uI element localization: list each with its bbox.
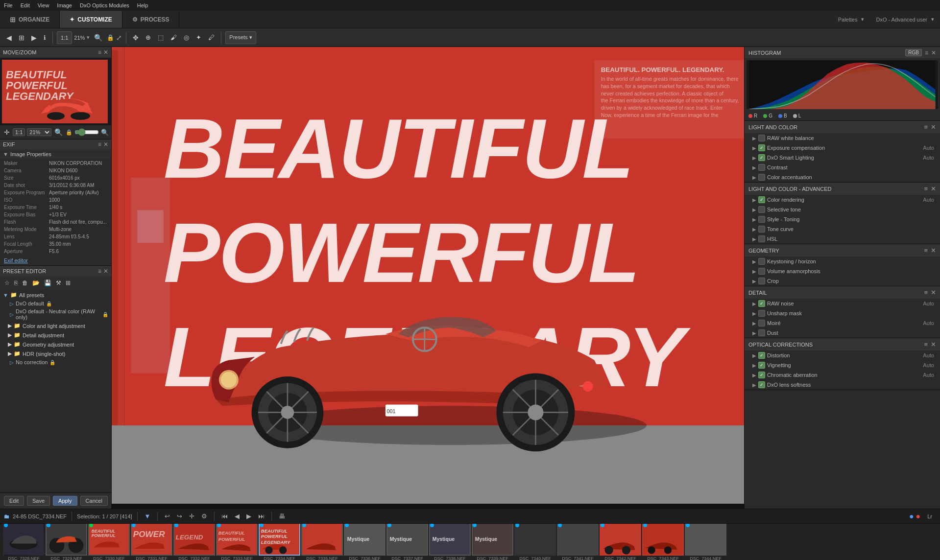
flag-blue-icon[interactable]: ● [909, 512, 914, 521]
item-unsharp[interactable]: ▶ Unsharp mask [745, 308, 940, 318]
move-zoom-header[interactable]: MOVE/ZOOM ≡ ✕ [0, 47, 111, 58]
item-color-acc[interactable]: ▶ Color accentuation [745, 172, 940, 182]
detail-menu-icon[interactable]: ≡ [924, 289, 928, 296]
item-dxo-lens-softness[interactable]: ▶ ✓ DxO lens softness [745, 380, 940, 390]
preset-tools3-btn[interactable]: ⊞ [64, 279, 72, 287]
item-exposure[interactable]: ▶ ✓ Exposure compensation Auto [745, 143, 940, 153]
preset-dxo-neutral[interactable]: ▷ DxO default - Neutral color (RAW only)… [0, 307, 111, 321]
film-thumb-7333[interactable]: BEAUTIFUL POWERFUL DSC_7333.NEF [216, 524, 258, 560]
preset-copy-btn[interactable]: ⎘ [13, 279, 19, 287]
ks-check[interactable] [758, 258, 765, 265]
item-selective-tone[interactable]: ▶ Selective tone [745, 205, 940, 214]
menu-dxo-optics[interactable]: DxO Optics Modules [80, 2, 129, 8]
film-thumb-7332[interactable]: LEGEND DSC_7332.NEF [173, 524, 215, 560]
preset-close-icon[interactable]: ✕ [103, 268, 108, 275]
brush-tool-btn[interactable]: 🖌 [168, 31, 179, 44]
va-check[interactable] [758, 268, 765, 275]
crop-check[interactable] [758, 278, 765, 284]
exif-header[interactable]: EXIF ≡ ✕ [0, 140, 111, 149]
horizontal-scrollbar[interactable] [112, 504, 744, 509]
vig-check[interactable]: ✓ [758, 362, 765, 369]
light-color-adv-header[interactable]: LIGHT AND COLOR - ADVANCED ≡ ✕ [745, 183, 940, 195]
panel-close-icon[interactable]: ✕ [103, 49, 108, 56]
fs-undo-btn[interactable]: ↩ [163, 512, 172, 521]
preset-add-btn[interactable]: ☆ [3, 279, 11, 287]
preset-folder-all-header[interactable]: ▼ 📁 All presets [0, 290, 111, 300]
ls-check[interactable]: ✓ [758, 381, 765, 388]
preset-dxo-default[interactable]: ▷ DxO default 🔒 [0, 300, 111, 307]
item-raw-wb[interactable]: ▶ RAW white balance [745, 133, 940, 143]
exif-editor-link[interactable]: Exif editor [0, 256, 111, 265]
crop-tool-btn[interactable]: ⬚ [155, 31, 166, 44]
detail-header[interactable]: DETAIL ≡ ✕ [745, 286, 940, 299]
menu-edit[interactable]: Edit [21, 2, 30, 8]
save-btn[interactable]: Save [27, 496, 50, 506]
fs-redo-btn[interactable]: ↪ [175, 512, 184, 521]
film-thumb-7343[interactable]: DSC_7343.NEF [642, 524, 684, 560]
stamp-tool-btn[interactable]: ✦ [193, 31, 204, 44]
zoom-1to1-btn[interactable]: 1:1 [57, 31, 72, 44]
contrast-check[interactable] [758, 164, 765, 171]
film-thumb-7341[interactable]: DSC_7341.NEF [557, 524, 599, 560]
preset-editor-header[interactable]: PRESET EDITOR ≡ ✕ [0, 266, 111, 277]
histogram-close-icon[interactable]: ✕ [931, 49, 936, 56]
menu-image[interactable]: Image [57, 2, 72, 8]
item-vignetting[interactable]: ▶ ✓ Vignetting Auto [745, 360, 940, 370]
preset-no-correction[interactable]: ▷ No correction 🔒 [0, 358, 111, 366]
menu-help[interactable]: Help [137, 2, 148, 8]
item-dxo-smart[interactable]: ▶ ✓ DxO Smart Lighting Auto [745, 153, 940, 163]
light-color-close-icon[interactable]: ✕ [931, 123, 936, 131]
film-thumb-7334[interactable]: BEAUTIFUL POWERFUL LEGENDARY DSC_7334.NE… [259, 524, 300, 560]
thumbnail-image[interactable]: BEAUTIFUL POWERFUL LEGENDARY [2, 60, 108, 123]
detail-close-icon[interactable]: ✕ [931, 289, 936, 296]
zoom-minus-btn[interactable]: 🔍 [53, 127, 64, 137]
film-thumb-7340[interactable]: DSC_7340.NEF [514, 524, 556, 560]
film-thumb-7330[interactable]: BEAUTIFUL POWERFUL DSC_7330.NEF [88, 524, 130, 560]
ca-check[interactable]: ✓ [758, 372, 765, 378]
du-check[interactable] [758, 329, 765, 336]
exif-close-icon[interactable]: ✕ [103, 141, 108, 148]
item-keystoning[interactable]: ▶ Keystoning / horizon [745, 257, 940, 266]
item-color-rendering[interactable]: ▶ ✓ Color rendering Auto [745, 195, 940, 205]
geometry-close-icon[interactable]: ✕ [931, 247, 936, 254]
image-props-header[interactable]: ▼ Image Properties [0, 149, 111, 159]
flag-red-icon[interactable]: ● [916, 512, 921, 521]
zoom-search-btn[interactable]: 🔍 [101, 129, 109, 136]
channel-l[interactable]: L [793, 113, 801, 118]
zoom-slider[interactable] [74, 128, 99, 136]
film-thumb-7344[interactable]: DSC_7344.NEF [685, 524, 726, 560]
light-color-menu-icon[interactable]: ≡ [924, 123, 928, 131]
preset-folder-detail-header[interactable]: ▶ 📁 Detail adjustment [5, 330, 111, 340]
zoom-fit-icon[interactable]: ⤢ [116, 34, 122, 42]
move-add-btn[interactable]: ✛ [3, 127, 11, 137]
edit-btn[interactable]: Edit [4, 496, 24, 506]
raw-wb-check[interactable] [758, 135, 765, 141]
fs-prev-btn[interactable]: ◀ [233, 512, 241, 521]
zoom-select[interactable]: 21% 50% 100% [27, 128, 51, 136]
st-check[interactable] [758, 206, 765, 213]
preset-export-btn[interactable]: 💾 [43, 279, 53, 287]
item-crop[interactable]: ▶ Crop [745, 276, 940, 286]
cr-check[interactable]: ✓ [758, 196, 765, 203]
preset-folder-geometry-header[interactable]: ▶ 📁 Geometry adjustment [5, 340, 111, 349]
film-thumb-7336[interactable]: Mystique DSC_7336.NEF [344, 524, 386, 560]
apply-btn[interactable]: Apply [53, 496, 77, 506]
fs-add-btn[interactable]: ✛ [187, 512, 196, 521]
nav-left-btn[interactable]: ◀ [4, 31, 14, 44]
tab-organize[interactable]: ⊞ ORGANIZE [0, 11, 60, 28]
hsl-check[interactable] [758, 235, 765, 242]
film-thumb-7337[interactable]: Mystique DSC_7337.NEF [386, 524, 428, 560]
presets-btn[interactable]: Presets ▾ [225, 31, 256, 44]
light-color-adv-menu-icon[interactable]: ≡ [924, 185, 928, 192]
dxo-smart-check[interactable]: ✓ [758, 154, 765, 161]
nav-grid-btn[interactable]: ⊞ [16, 31, 27, 44]
zoom-tool-btn[interactable]: ⊕ [143, 31, 153, 44]
mo-check[interactable] [758, 320, 765, 327]
film-thumb-7338[interactable]: Mystique DSC_7338.NEF [429, 524, 471, 560]
menu-file[interactable]: File [4, 2, 13, 8]
histogram-menu-icon[interactable]: ≡ [925, 49, 928, 56]
geometry-menu-icon[interactable]: ≡ [924, 247, 928, 254]
us-check[interactable] [758, 310, 765, 317]
item-raw-noise[interactable]: ▶ ✓ RAW noise Auto [745, 299, 940, 308]
zoom-out-btn[interactable]: 🔍 [92, 31, 105, 44]
